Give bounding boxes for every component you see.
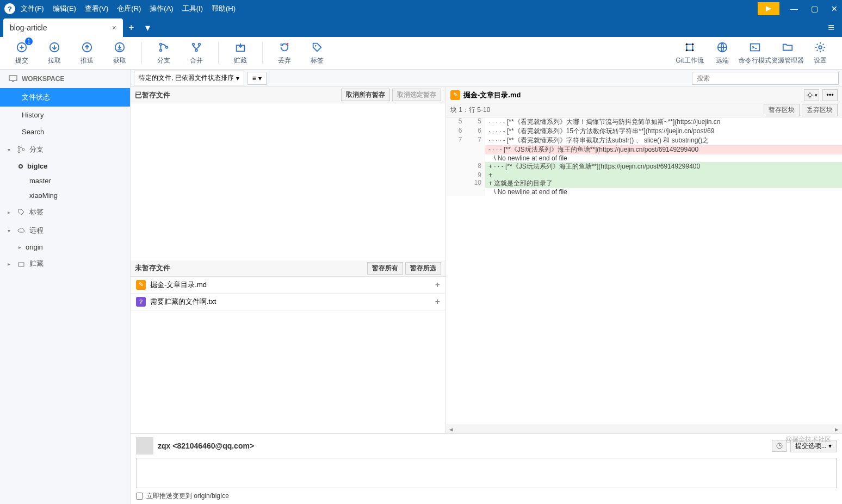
gitflow-button[interactable]: Git工作流	[673, 41, 706, 65]
diff-line[interactable]: \ No newline at end of file	[446, 188, 842, 196]
maximize-button[interactable]: ▢	[811, 4, 818, 13]
stage-file-button[interactable]: +	[435, 297, 440, 307]
history-button[interactable]	[772, 440, 787, 452]
sidebar-section-tags[interactable]: ▸ 标签	[0, 203, 130, 221]
pull-button[interactable]: 拉取	[38, 41, 71, 65]
remote-button[interactable]: 远端	[706, 41, 739, 65]
commit-button[interactable]: 1 提交	[5, 41, 38, 65]
more-options-button[interactable]: •••	[822, 89, 838, 101]
discard-icon	[278, 41, 291, 54]
globe-icon	[716, 41, 729, 54]
branch-button[interactable]: 分支	[147, 41, 180, 65]
hamburger-menu-icon[interactable]: ≡	[820, 21, 842, 37]
diff-view[interactable]: 55· · · · - [**《看完就懂系列》大哪！揭懂节流与防抖竟简单如斯~*…	[446, 117, 842, 425]
tab-menu-caret[interactable]: ▾	[140, 22, 156, 37]
sidebar-section-remotes[interactable]: ▾ 远程	[0, 221, 130, 240]
svg-point-14	[692, 43, 694, 46]
fetch-icon	[113, 41, 126, 54]
stash-icon	[17, 260, 25, 267]
file-row[interactable]: ✎ 掘金-文章目录.md +	[131, 277, 445, 294]
diff-filename: 掘金-文章目录.md	[463, 90, 521, 100]
discard-hunk-button[interactable]: 丢弃区块	[802, 104, 838, 116]
chevron-right-icon: ▸	[8, 261, 13, 267]
settings-button[interactable]: 设置	[804, 41, 837, 65]
menu-tool[interactable]: 工具(I)	[182, 4, 203, 14]
diff-scrollbar[interactable]: ◂▸	[446, 425, 842, 433]
svg-point-8	[199, 43, 201, 46]
svg-point-16	[692, 49, 694, 52]
tag-button[interactable]: 标签	[301, 41, 333, 65]
diff-line[interactable]: 10+ 这就是全部的目录了	[446, 179, 842, 188]
unstage-selected-button[interactable]: 取消选定暂存	[392, 89, 441, 101]
commit-message-input[interactable]	[136, 458, 837, 488]
tab-close-icon[interactable]: ×	[112, 23, 116, 32]
push-after-commit-checkbox[interactable]	[136, 493, 143, 500]
close-button[interactable]: ✕	[831, 4, 838, 13]
monitor-icon	[9, 75, 17, 83]
branch-xiaoming[interactable]: xiaoMing	[0, 188, 130, 203]
menu-help[interactable]: 帮助(H)	[212, 4, 236, 14]
remote-origin[interactable]: ▸origin	[0, 240, 130, 254]
svg-point-7	[193, 43, 195, 46]
diff-line[interactable]: 55· · · · - [**《看完就懂系列》大哪！揭懂节流与防抖竟简单如斯~*…	[446, 117, 842, 127]
view-mode-dropdown[interactable]: ≡ ▾	[247, 72, 267, 85]
chevron-right-icon: ▸	[8, 209, 13, 215]
menu-file[interactable]: 文件(F)	[21, 4, 44, 14]
unstaged-header: 未暂存文件 暂存所有 暂存所选	[131, 260, 445, 277]
branch-master[interactable]: master	[0, 173, 130, 188]
sidebar-item-history[interactable]: History	[0, 107, 130, 123]
terminal-button[interactable]: 命令行模式	[739, 41, 771, 65]
sidebar-item-filestatus[interactable]: 文件状态	[0, 88, 130, 107]
merge-button[interactable]: 合并	[180, 41, 213, 65]
discard-button[interactable]: 丢弃	[268, 41, 301, 65]
diff-line[interactable]: 9+	[446, 171, 842, 179]
unstage-all-button[interactable]: 取消所有暂存	[341, 89, 390, 101]
branch-bigice[interactable]: bigIce	[0, 159, 130, 173]
stage-selected-button[interactable]: 暂存所选	[405, 262, 441, 275]
diff-settings-button[interactable]: ▾	[804, 89, 819, 101]
menu-view[interactable]: 查看(V)	[85, 4, 108, 14]
stage-hunk-button[interactable]: 暂存区块	[764, 104, 800, 116]
pull-icon	[48, 41, 61, 54]
diff-line[interactable]: - · · - [**《JS玩法系列》海王的鱼塘**](https://juej…	[446, 145, 842, 154]
sidebar-section-branches[interactable]: ▾ 分支	[0, 140, 130, 159]
stash-button[interactable]: 贮藏	[224, 41, 257, 65]
gitflow-icon	[683, 41, 696, 54]
tag-icon	[17, 208, 25, 216]
chevron-down-icon: ▾	[8, 147, 13, 153]
repo-tab[interactable]: blog-article ×	[3, 18, 123, 37]
svg-rect-24	[18, 263, 24, 266]
diff-line[interactable]: \ No newline at end of file	[446, 154, 842, 162]
menu-action[interactable]: 操作(A)	[150, 4, 173, 14]
svg-point-4	[160, 43, 162, 46]
stash-icon	[234, 41, 247, 54]
push-button[interactable]: 推送	[71, 41, 103, 65]
sidebar-section-stashes[interactable]: ▸ 贮藏	[0, 254, 130, 273]
explorer-button[interactable]: 资源管理器	[771, 41, 804, 65]
minimize-button[interactable]: —	[790, 4, 798, 13]
new-tab-button[interactable]: +	[123, 22, 140, 37]
commit-icon: 1	[15, 41, 28, 54]
svg-point-5	[160, 49, 162, 52]
fetch-button[interactable]: 获取	[103, 41, 136, 65]
svg-rect-18	[751, 44, 760, 51]
stage-all-button[interactable]: 暂存所有	[367, 262, 403, 275]
diff-line[interactable]: 8+ · · - [**《JS玩法系列》海王的鱼塘**](https://jue…	[446, 162, 842, 171]
search-input[interactable]	[692, 72, 839, 85]
menu-edit[interactable]: 编辑(E)	[53, 4, 76, 14]
file-row[interactable]: ? 需要贮藏的文件啊.txt +	[131, 294, 445, 310]
file-sort-dropdown[interactable]: 待定的文件, 已依照文件状态排序 ▾	[134, 71, 244, 85]
folder-icon	[781, 41, 794, 54]
svg-point-15	[686, 49, 688, 52]
tab-label: blog-article	[10, 23, 47, 32]
diff-line[interactable]: 77· · · · - [**《看完就懂系列》字符串截取方法substr() 、…	[446, 136, 842, 145]
sidebar-item-search[interactable]: Search	[0, 123, 130, 140]
stage-file-button[interactable]: +	[435, 280, 440, 290]
chevron-down-icon: ▾	[8, 228, 13, 234]
terminal-icon	[748, 41, 761, 54]
merge-icon	[190, 41, 203, 54]
menu-repo[interactable]: 仓库(R)	[117, 4, 141, 14]
notification-flag[interactable]	[758, 2, 779, 15]
watermark: @掘金技术社区	[785, 435, 831, 444]
diff-line[interactable]: 66· · · · - [**《看完就懂系列》15个方法教你玩转字符串**](h…	[446, 127, 842, 136]
